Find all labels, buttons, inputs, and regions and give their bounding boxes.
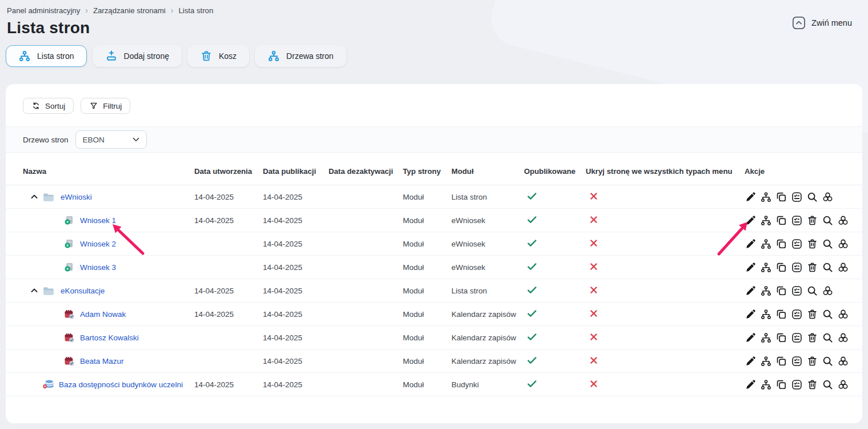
breadcrumb-item[interactable]: Zarządzanie stronami xyxy=(93,6,166,15)
edit-action-icon[interactable] xyxy=(745,214,757,227)
folder-icon xyxy=(42,285,55,296)
published-date-cell: 14-04-2025 xyxy=(263,287,329,295)
duplicate-action-icon[interactable] xyxy=(775,308,787,320)
groups-action-icon[interactable] xyxy=(837,332,849,344)
delete-action-icon[interactable] xyxy=(806,238,818,250)
delete-action-icon[interactable] xyxy=(806,214,818,227)
actions-cell xyxy=(745,379,849,391)
structure-action-icon[interactable] xyxy=(760,214,772,227)
details-action-icon[interactable] xyxy=(791,261,803,273)
groups-action-icon[interactable] xyxy=(837,214,849,227)
delete-action-icon[interactable] xyxy=(806,332,818,344)
structure-action-icon[interactable] xyxy=(760,238,772,250)
edit-action-icon[interactable] xyxy=(745,238,757,250)
preview-action-icon[interactable] xyxy=(806,285,818,297)
details-action-icon[interactable] xyxy=(791,285,803,297)
page-link[interactable]: eKonsultacje xyxy=(61,287,105,295)
collapse-row-icon[interactable] xyxy=(30,286,39,295)
structure-action-icon[interactable] xyxy=(760,355,772,367)
page-link[interactable]: Bartosz Kowalski xyxy=(80,333,139,342)
structure-action-icon[interactable] xyxy=(760,332,772,344)
page-link[interactable]: Wniosek 1 xyxy=(80,216,116,225)
preview-action-icon[interactable] xyxy=(822,261,834,273)
details-action-icon[interactable] xyxy=(791,308,803,320)
duplicate-action-icon[interactable] xyxy=(775,355,787,367)
edit-action-icon[interactable] xyxy=(745,285,757,297)
page-link[interactable]: Baza dostępności budynków uczelni xyxy=(59,380,183,389)
page-link[interactable]: Beata Mazur xyxy=(80,357,124,366)
groups-action-icon[interactable] xyxy=(837,261,849,273)
edit-action-icon[interactable] xyxy=(745,308,757,320)
duplicate-action-icon[interactable] xyxy=(775,214,787,227)
hidden-in-menus-cell xyxy=(586,309,745,319)
details-action-icon[interactable] xyxy=(791,332,803,344)
duplicate-action-icon[interactable] xyxy=(775,238,787,250)
structure-action-icon[interactable] xyxy=(760,285,772,297)
groups-action-icon[interactable] xyxy=(822,191,834,203)
details-action-icon[interactable] xyxy=(791,379,803,391)
hidden-in-menus-cell xyxy=(586,333,745,343)
published-date-cell: 14-04-2025 xyxy=(263,310,329,319)
tab-dodaj-stron-[interactable]: Dodaj stronę xyxy=(93,45,182,67)
collapse-menu-button[interactable]: Zwiń menu xyxy=(792,16,852,30)
preview-action-icon[interactable] xyxy=(822,308,834,320)
breadcrumb-item[interactable]: Lista stron xyxy=(178,6,213,15)
edit-action-icon[interactable] xyxy=(745,332,757,344)
details-action-icon[interactable] xyxy=(791,355,803,367)
table-row: eWniosek 214-04-2025ModułeWniosek xyxy=(6,232,862,256)
breadcrumb-item[interactable]: Panel administracyjny xyxy=(7,6,80,15)
actions-cell xyxy=(745,191,849,203)
duplicate-action-icon[interactable] xyxy=(775,191,787,203)
page-link[interactable]: Wniosek 2 xyxy=(80,240,116,248)
duplicate-action-icon[interactable] xyxy=(775,285,787,297)
delete-action-icon[interactable] xyxy=(806,355,818,367)
delete-action-icon[interactable] xyxy=(806,261,818,273)
details-action-icon[interactable] xyxy=(791,191,803,203)
structure-action-icon[interactable] xyxy=(760,308,772,320)
structure-action-icon[interactable] xyxy=(760,379,772,391)
tree-select[interactable]: EBON xyxy=(75,130,147,149)
groups-action-icon[interactable] xyxy=(837,355,849,367)
groups-action-icon[interactable] xyxy=(837,308,849,320)
table-row: Baza dostępności budynków uczelni14-04-2… xyxy=(6,373,862,396)
edit-action-icon[interactable] xyxy=(745,191,757,203)
details-action-icon[interactable] xyxy=(791,214,803,227)
eform-icon: e xyxy=(63,238,75,249)
groups-action-icon[interactable] xyxy=(837,238,849,250)
filter-button[interactable]: Filtruj xyxy=(81,98,130,114)
actions-cell xyxy=(745,214,849,227)
page-link[interactable]: Wniosek 3 xyxy=(80,263,116,272)
hidden-in-menus-cell xyxy=(586,286,745,296)
page-type-cell: Moduł xyxy=(403,380,451,389)
preview-action-icon[interactable] xyxy=(822,379,834,391)
structure-action-icon[interactable] xyxy=(760,191,772,203)
preview-action-icon[interactable] xyxy=(822,214,834,227)
preview-action-icon[interactable] xyxy=(822,332,834,344)
groups-action-icon[interactable] xyxy=(837,379,849,391)
details-action-icon[interactable] xyxy=(791,238,803,250)
preview-action-icon[interactable] xyxy=(822,355,834,367)
tree-select-row: Drzewo stron EBON xyxy=(6,126,862,153)
tree-select-label: Drzewo stron xyxy=(23,136,69,144)
tab-drzewa-stron[interactable]: Drzewa stron xyxy=(255,45,346,67)
edit-action-icon[interactable] xyxy=(745,355,757,367)
structure-action-icon[interactable] xyxy=(760,261,772,273)
delete-action-icon[interactable] xyxy=(806,379,818,391)
duplicate-action-icon[interactable] xyxy=(775,261,787,273)
groups-action-icon[interactable] xyxy=(822,285,834,297)
tab-kosz[interactable]: Kosz xyxy=(187,45,249,67)
delete-action-icon[interactable] xyxy=(806,308,818,320)
duplicate-action-icon[interactable] xyxy=(775,332,787,344)
published-cell xyxy=(524,378,586,391)
collapse-row-icon[interactable] xyxy=(30,192,39,201)
edit-action-icon[interactable] xyxy=(745,379,757,391)
page-link[interactable]: eWnioski xyxy=(61,193,92,201)
duplicate-action-icon[interactable] xyxy=(775,379,787,391)
sort-button[interactable]: Sortuj xyxy=(23,98,74,114)
preview-action-icon[interactable] xyxy=(806,191,818,203)
page-type-cell: Moduł xyxy=(403,216,451,225)
page-link[interactable]: Adam Nowak xyxy=(80,310,126,319)
tab-lista-stron[interactable]: Lista stron xyxy=(6,45,87,67)
edit-action-icon[interactable] xyxy=(745,261,757,273)
preview-action-icon[interactable] xyxy=(822,238,834,250)
